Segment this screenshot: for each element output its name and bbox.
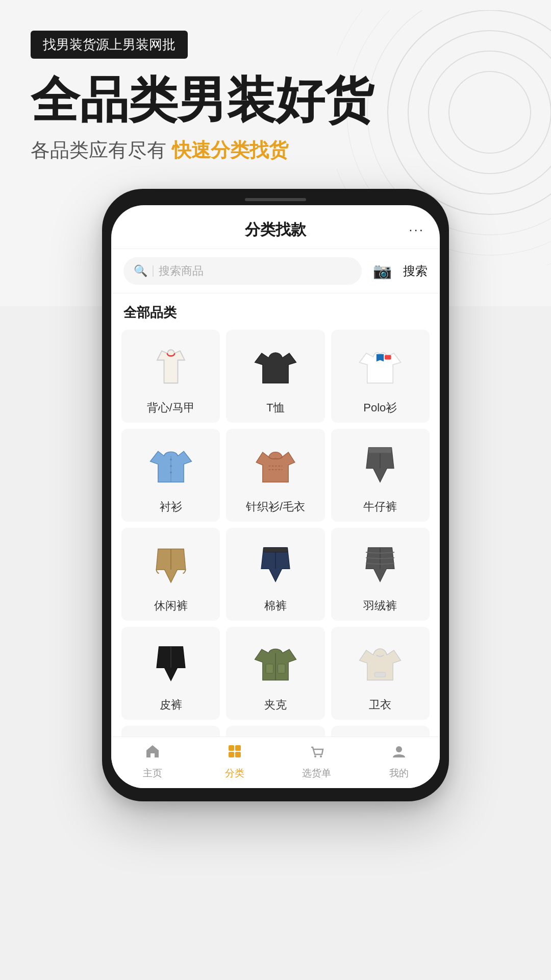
category-item-4[interactable]: 衬衫 — [121, 429, 220, 522]
category-item-1[interactable]: 背心/马甲 — [121, 330, 220, 423]
nav-icon-cart — [309, 743, 325, 764]
search-icon: 🔍 — [134, 264, 147, 278]
svg-rect-30 — [229, 752, 234, 757]
section-title: 全部品类 — [121, 304, 430, 322]
promo-subtitle-static: 各品类应有尽有 — [31, 139, 166, 161]
svg-rect-29 — [235, 745, 241, 751]
category-name-10: 皮裤 — [160, 697, 182, 713]
category-img-9 — [352, 537, 408, 593]
categories-section: 全部品类 背心/马甲 T恤 Polo衫 衬衫 针织衫/毛衣 牛仔裤 休闲裤 — [111, 293, 440, 737]
promo-title: 全品类男装好货 — [31, 73, 520, 127]
phone-notch — [245, 198, 306, 201]
category-name-3: Polo衫 — [363, 400, 397, 415]
nav-label-category: 分类 — [225, 767, 244, 780]
category-img-6 — [352, 438, 408, 494]
nav-label-home: 主页 — [143, 767, 162, 780]
app-header: 分类找款 ··· — [111, 205, 440, 249]
more-menu-button[interactable]: ··· — [409, 222, 424, 238]
category-name-4: 衬衫 — [160, 499, 182, 514]
nav-label-profile: 我的 — [389, 767, 409, 780]
category-item-3[interactable]: Polo衫 — [331, 330, 430, 423]
nav-label-cart: 选货单 — [302, 767, 331, 780]
svg-rect-15 — [369, 448, 392, 453]
category-img-11 — [247, 636, 304, 692]
phone-frame: 分类找款 ··· 🔍 搜索商品 📷 搜索 全部品类 背心/马甲 — [102, 189, 449, 801]
promo-subtitle-highlight: 快速分类找货 — [172, 139, 288, 161]
category-name-9: 羽绒裤 — [363, 598, 397, 614]
nav-icon-category — [227, 743, 243, 764]
category-item-12[interactable]: 卫衣 — [331, 627, 430, 720]
category-img-8 — [247, 537, 304, 593]
category-name-12: 卫衣 — [369, 697, 391, 713]
phone-screen: 分类找款 ··· 🔍 搜索商品 📷 搜索 全部品类 背心/马甲 — [111, 205, 440, 788]
category-name-8: 棉裤 — [264, 598, 287, 614]
svg-point-32 — [314, 755, 316, 757]
category-item-9[interactable]: 羽绒裤 — [331, 528, 430, 621]
camera-search-icon[interactable]: 📷 — [368, 262, 397, 280]
nav-item-cart[interactable]: 选货单 — [276, 743, 358, 780]
category-name-1: 背心/马甲 — [147, 400, 195, 415]
category-item-11[interactable]: 夹克 — [226, 627, 324, 720]
svg-point-33 — [320, 755, 322, 757]
svg-rect-24 — [375, 672, 386, 677]
nav-icon-home — [144, 743, 161, 764]
category-img-3 — [352, 339, 408, 395]
category-item-14[interactable]: 西装 — [226, 726, 324, 737]
svg-rect-18 — [264, 547, 288, 552]
svg-rect-28 — [229, 745, 234, 751]
category-item-5[interactable]: 针织衫/毛衣 — [226, 429, 324, 522]
category-img-5 — [247, 438, 304, 494]
search-button[interactable]: 搜索 — [403, 263, 428, 279]
svg-rect-31 — [235, 752, 241, 757]
search-bar: 🔍 搜索商品 📷 搜索 — [111, 249, 440, 293]
promo-subtitle: 各品类应有尽有 快速分类找货 — [31, 137, 520, 163]
category-img-7 — [143, 537, 199, 593]
phone-wrapper: 分类找款 ··· 🔍 搜索商品 📷 搜索 全部品类 背心/马甲 — [0, 189, 551, 832]
svg-rect-7 — [385, 355, 391, 359]
category-name-11: 夹克 — [264, 697, 287, 713]
category-item-8[interactable]: 棉裤 — [226, 528, 324, 621]
nav-item-profile[interactable]: 我的 — [358, 743, 440, 780]
search-divider — [153, 265, 154, 277]
svg-point-11 — [170, 471, 172, 473]
promo-tag: 找男装货源上男装网批 — [31, 31, 188, 59]
nav-icon-profile — [391, 743, 407, 764]
phone-notch-bar — [111, 198, 440, 205]
category-item-6[interactable]: 牛仔裤 — [331, 429, 430, 522]
nav-item-category[interactable]: 分类 — [193, 743, 276, 780]
category-img-4 — [143, 438, 199, 494]
svg-point-9 — [170, 458, 172, 460]
svg-point-10 — [170, 465, 172, 467]
category-img-10 — [143, 636, 199, 692]
category-name-2: T恤 — [266, 400, 284, 415]
category-name-7: 休闲裤 — [154, 598, 188, 614]
category-name-6: 牛仔裤 — [363, 499, 397, 514]
category-item-7[interactable]: 休闲裤 — [121, 528, 220, 621]
category-item-10[interactable]: 皮裤 — [121, 627, 220, 720]
category-item-13[interactable]: 大衣 — [121, 726, 220, 737]
app-header-title: 分类找款 — [245, 219, 306, 240]
svg-point-34 — [396, 746, 402, 752]
svg-rect-23 — [266, 664, 273, 673]
category-item-15[interactable]: + 更多 — [331, 726, 430, 737]
category-img-2 — [247, 339, 304, 395]
search-input-area[interactable]: 🔍 搜索商品 — [123, 257, 362, 285]
search-placeholder: 搜索商品 — [159, 263, 204, 279]
category-item-2[interactable]: T恤 — [226, 330, 324, 423]
categories-grid: 背心/马甲 T恤 Polo衫 衬衫 针织衫/毛衣 牛仔裤 休闲裤 棉裤 羽绒裤 — [121, 330, 430, 737]
category-img-12 — [352, 636, 408, 692]
category-name-5: 针织衫/毛衣 — [246, 499, 305, 514]
category-img-1 — [143, 339, 199, 395]
bottom-nav: 主页分类选货单我的 — [111, 737, 440, 788]
svg-rect-22 — [278, 664, 285, 673]
nav-item-home[interactable]: 主页 — [111, 743, 193, 780]
promo-section: 找男装货源上男装网批 全品类男装好货 各品类应有尽有 快速分类找货 — [0, 0, 551, 163]
